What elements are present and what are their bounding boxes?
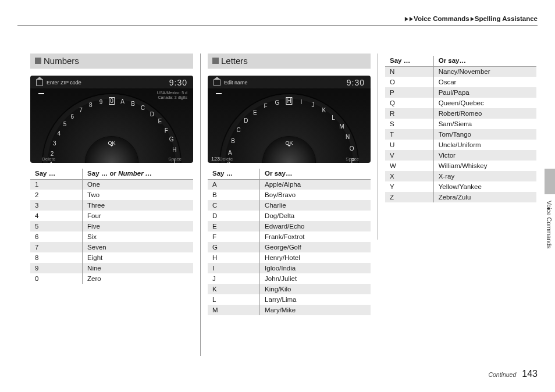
dial-char: 9: [100, 95, 104, 102]
cell-say: M: [208, 305, 260, 315]
thumb-tab: [545, 169, 555, 194]
numbers-table: Say … Say … or Number … 1One2Two3Three4F…: [30, 169, 193, 284]
page-footer: Continued 143: [488, 369, 538, 379]
cell-alt: George/Golf: [260, 242, 371, 252]
table-row: FFrank/Foxtrot: [208, 231, 371, 242]
cell-say: G: [208, 242, 260, 252]
cell-say: 5: [30, 221, 83, 231]
dial-char: A: [223, 148, 230, 153]
cell-say: 6: [30, 231, 83, 242]
breadcrumb-seg: Spelling Assistance: [475, 15, 538, 22]
divider: [17, 26, 538, 26]
cell-alt: Victor: [433, 150, 536, 161]
cell-say: J: [208, 273, 260, 284]
dial-char: D: [241, 113, 249, 120]
cell-say: O: [385, 77, 433, 87]
cell-alt: Seven: [83, 242, 193, 252]
rotary-dial: OK 1234567890ABCDEFGHI: [43, 94, 180, 163]
home-icon: [36, 79, 43, 86]
mode-123-label: 123: [211, 156, 220, 162]
cell-say: V: [385, 150, 433, 161]
table-row: 9Nine: [30, 263, 193, 273]
dial-char: 7: [77, 102, 83, 109]
cell-alt: Three: [83, 200, 193, 211]
space-label: Space: [168, 156, 182, 162]
chevron-down-icon: [110, 145, 113, 147]
column-letters-cont: Say … Or say… NNancy/NovemberOOscarPPaul…: [385, 54, 536, 356]
screen-title: Enter ZIP code: [47, 80, 81, 85]
cell-alt: Zebra/Zulu: [433, 192, 536, 202]
cell-say: S: [385, 119, 433, 129]
cell-alt: Two: [83, 190, 193, 200]
screen-titlebar: Enter ZIP code 9:30: [30, 76, 193, 88]
dial-char: H: [175, 149, 182, 154]
dial-char: C: [143, 102, 150, 110]
cell-alt: Boy/Bravo: [260, 190, 371, 200]
column-divider: [378, 54, 378, 240]
cell-say: K: [208, 284, 260, 294]
cell-say: C: [208, 200, 260, 211]
table-row: LLarry/Lima: [208, 294, 371, 305]
dial-char: D: [152, 109, 160, 116]
cell-say: 9: [30, 263, 83, 273]
table-row: IIgloo/India: [208, 263, 371, 273]
table-row: UUncle/Uniform: [385, 140, 536, 150]
cell-alt: Charlie: [260, 200, 371, 211]
cell-alt: Yellow/Yankee: [433, 181, 536, 192]
dial-char: N: [348, 135, 355, 141]
square-icon: [212, 58, 219, 64]
dial-char: 4: [53, 127, 60, 133]
cell-alt: Uncle/Uniform: [433, 140, 536, 150]
screen-title: Edit name: [224, 80, 248, 85]
cell-alt: William/Whiskey: [433, 161, 536, 171]
cell-alt: Frank/Foxtrot: [260, 231, 371, 242]
dial-char: H: [289, 94, 294, 101]
dial-char: G: [276, 95, 282, 102]
section-title: Letters: [221, 56, 248, 66]
cell-alt: Igloo/India: [260, 263, 371, 273]
dial-char: 5: [60, 117, 67, 124]
screen-hint: USA/Mexico: 5 d Canada: 3 digits: [157, 91, 187, 99]
dial-char: F: [263, 99, 269, 106]
table-row: GGeorge/Golf: [208, 242, 371, 252]
cell-alt: Paul/Papa: [433, 87, 536, 98]
cell-say: Z: [385, 192, 433, 202]
th-say: Say …: [208, 169, 260, 179]
cell-say: 4: [30, 211, 83, 221]
dial-char: E: [251, 105, 258, 112]
table-row: WWilliam/Whiskey: [385, 161, 536, 171]
table-row: RRobert/Romeo: [385, 108, 536, 119]
th-say: Say …: [30, 169, 83, 179]
table-row: BBoy/Bravo: [208, 190, 371, 200]
dial-char: L: [333, 113, 340, 120]
section-heading-letters: Letters: [208, 54, 371, 69]
cell-say: U: [385, 140, 433, 150]
cell-say: D: [208, 211, 260, 221]
cell-say: Q: [385, 98, 433, 108]
table-row: QQueen/Quebec: [385, 98, 536, 108]
cell-alt: King/Kilo: [260, 284, 371, 294]
table-row: 3Three: [30, 200, 193, 211]
table-row: 2Two: [30, 190, 193, 200]
table-row: YYellow/Yankee: [385, 181, 536, 192]
table-row: 7Seven: [30, 242, 193, 252]
letters-table-a-m: Say … Or say… AApple/AlphaBBoy/BravoCCha…: [208, 169, 371, 315]
dial-knob: OK: [86, 137, 138, 163]
section-heading-numbers: Numbers: [30, 54, 193, 69]
cell-alt: Sam/Sierra: [433, 119, 536, 129]
screenshot-edit-name: Edit name 9:30 OK 0ABCDEFGHIJKLMNOP 123 …: [208, 76, 371, 163]
triangle-icon: ▶: [410, 16, 413, 22]
cell-alt: X-ray: [433, 171, 536, 181]
cell-say: B: [208, 190, 260, 200]
screen-titlebar: Edit name 9:30: [208, 76, 371, 88]
cell-alt: Nine: [83, 263, 193, 273]
dial-char: C: [233, 123, 240, 130]
table-row: 5Five: [30, 221, 193, 231]
square-icon: [35, 58, 41, 64]
cell-alt: Tom/Tango: [433, 129, 536, 140]
cell-say: W: [385, 161, 433, 171]
clock-label: 9:30: [347, 78, 365, 87]
screenshot-enter-zip: Enter ZIP code 9:30 USA/Mexico: 5 d Cana…: [30, 76, 193, 163]
dial-char: M: [342, 123, 350, 130]
dial-char: 0: [112, 94, 116, 101]
